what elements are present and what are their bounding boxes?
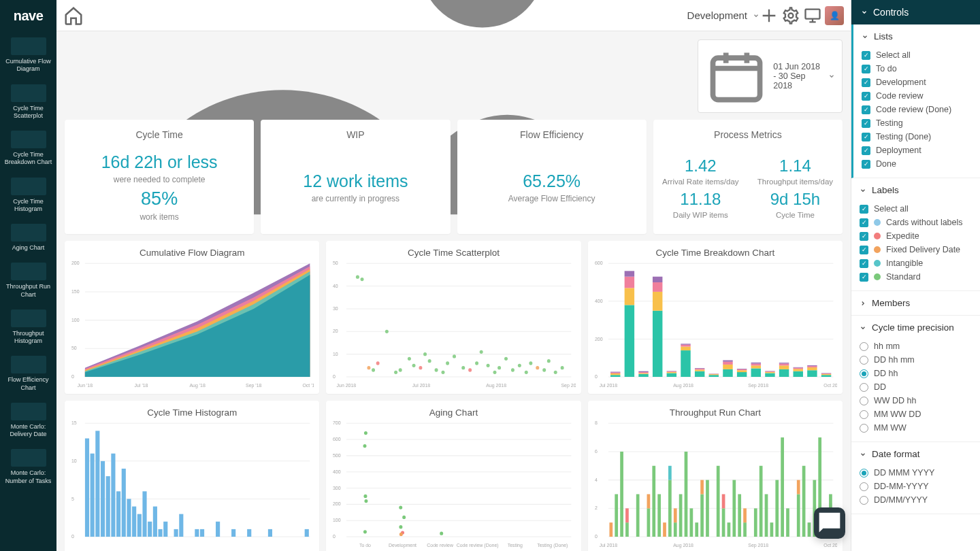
home-button[interactable] bbox=[63, 5, 84, 26]
radio-icon bbox=[860, 397, 868, 405]
nav-item[interactable]: Monte Carlo: Delivery Date bbox=[0, 397, 56, 444]
option-label: hh mm bbox=[874, 341, 900, 351]
svg-rect-229 bbox=[625, 522, 629, 537]
svg-rect-140 bbox=[807, 366, 817, 367]
svg-rect-84 bbox=[610, 373, 620, 373]
option-label: DD bbox=[874, 382, 886, 392]
svg-text:600: 600 bbox=[595, 261, 603, 266]
svg-text:700: 700 bbox=[333, 420, 341, 426]
section-date-format: Date format DD MMM YYYYDD-MM-YYYYDD/MM/Y… bbox=[851, 442, 980, 514]
radio-option[interactable]: MM WW DD bbox=[860, 407, 972, 421]
svg-rect-121 bbox=[737, 369, 747, 369]
radio-option[interactable]: WW DD hh bbox=[860, 394, 972, 407]
svg-text:200: 200 bbox=[333, 501, 341, 507]
svg-rect-154 bbox=[85, 439, 89, 537]
svg-rect-226 bbox=[609, 522, 612, 537]
nav-item[interactable]: Cycle Time Histogram bbox=[0, 172, 56, 219]
radio-option[interactable]: MM WW bbox=[860, 421, 972, 435]
svg-rect-122 bbox=[751, 369, 760, 378]
label-option[interactable]: Fixed Delivery Date bbox=[860, 243, 972, 256]
list-option[interactable]: Deployment bbox=[862, 144, 972, 157]
section-toggle[interactable]: Labels bbox=[851, 178, 980, 202]
svg-rect-124 bbox=[751, 364, 760, 366]
nav-item[interactable]: Throughput Histogram bbox=[0, 304, 56, 351]
svg-rect-117 bbox=[723, 361, 732, 362]
list-option[interactable]: To do bbox=[862, 62, 972, 76]
calendar-icon bbox=[705, 45, 768, 107]
radio-option[interactable]: DD MMM YYYY bbox=[860, 466, 972, 480]
svg-text:8: 8 bbox=[595, 420, 598, 426]
svg-rect-135 bbox=[793, 369, 802, 371]
section-toggle[interactable]: Members bbox=[851, 291, 980, 315]
section-toggle[interactable]: Date format bbox=[851, 442, 980, 466]
option-label: Select all bbox=[876, 50, 911, 60]
card-title: Process Metrics bbox=[660, 129, 836, 140]
nav-item[interactable]: Monte Carlo: Number of Tasks bbox=[0, 444, 56, 490]
svg-rect-82 bbox=[610, 375, 620, 377]
label-option[interactable]: Intangible bbox=[860, 256, 972, 270]
nav-item[interactable]: Cumulative Flow Diagram bbox=[0, 32, 56, 79]
controls-header[interactable]: Controls bbox=[851, 0, 980, 24]
add-button[interactable] bbox=[760, 6, 779, 25]
nav-item[interactable]: Aging Chart bbox=[0, 218, 56, 257]
svg-rect-162 bbox=[127, 499, 131, 537]
list-option[interactable]: Select all bbox=[862, 48, 972, 62]
chart-throughput[interactable]: Throughput Run Chart 02468Jul 2018Aug 20… bbox=[588, 401, 843, 551]
chart-histogram[interactable]: Cycle Time Histogram 051015 bbox=[65, 401, 319, 551]
svg-rect-144 bbox=[821, 373, 830, 374]
display-button[interactable] bbox=[803, 6, 822, 25]
radio-option[interactable]: DD-MM-YYYY bbox=[860, 480, 972, 493]
nav-item[interactable]: Cycle Time Breakdown Chart bbox=[0, 125, 56, 172]
svg-rect-126 bbox=[765, 373, 774, 378]
svg-text:To do: To do bbox=[359, 543, 371, 548]
label-option[interactable]: Select all bbox=[860, 202, 972, 216]
svg-rect-139 bbox=[807, 367, 817, 370]
chart-breakdown[interactable]: Cycle Time Breakdown Chart 0200400600Jul… bbox=[588, 241, 843, 394]
list-option[interactable]: Code review bbox=[862, 89, 972, 103]
svg-rect-165 bbox=[142, 491, 146, 537]
radio-option[interactable]: DD hh bbox=[860, 367, 972, 380]
svg-text:Aug 2018: Aug 2018 bbox=[673, 543, 693, 548]
svg-text:15: 15 bbox=[71, 420, 77, 426]
date-range-picker[interactable]: 01 Jun 2018 - 30 Sep 2018 bbox=[698, 39, 843, 113]
svg-rect-263 bbox=[797, 495, 800, 537]
chart-cfd[interactable]: Cumulative Flow Diagram 050100150200Jun … bbox=[65, 241, 319, 394]
label-option[interactable]: Cards without labels bbox=[860, 216, 972, 229]
svg-text:Oct 2018: Oct 2018 bbox=[823, 383, 837, 388]
radio-option[interactable]: DD hh mm bbox=[860, 353, 972, 367]
svg-point-36 bbox=[356, 276, 359, 279]
settings-button[interactable] bbox=[781, 6, 800, 25]
nav-item[interactable]: Throughput Run Chart bbox=[0, 257, 56, 304]
nav-item[interactable]: Flow Efficiency Chart bbox=[0, 350, 56, 397]
list-option[interactable]: Development bbox=[862, 76, 972, 89]
chart-scatter[interactable]: Cycle Time Scatterplot 01020304050Jun 20… bbox=[326, 241, 581, 394]
svg-text:30: 30 bbox=[333, 306, 338, 312]
section-title: Members bbox=[872, 298, 910, 308]
color-dot bbox=[874, 260, 881, 267]
user-avatar[interactable]: 👤 bbox=[825, 6, 844, 25]
svg-point-47 bbox=[423, 352, 427, 356]
chevron-down-icon bbox=[753, 12, 760, 19]
option-label: MM WW DD bbox=[874, 410, 921, 419]
svg-text:400: 400 bbox=[333, 469, 341, 475]
radio-option[interactable]: hh mm bbox=[860, 339, 972, 353]
list-option[interactable]: Done bbox=[862, 157, 972, 171]
label-option[interactable]: Standard bbox=[860, 270, 972, 284]
radio-option[interactable]: DD/MM/YYYY bbox=[860, 493, 972, 507]
svg-rect-4 bbox=[713, 58, 760, 99]
list-option[interactable]: Testing bbox=[862, 116, 972, 130]
nav-thumb bbox=[11, 403, 46, 420]
chart-aging[interactable]: Aging Chart 0100200300400500600700To doD… bbox=[326, 401, 581, 551]
nav-item[interactable]: Cycle Time Scatterplot bbox=[0, 79, 56, 126]
label-option[interactable]: Expedite bbox=[860, 229, 972, 243]
section-toggle[interactable]: Lists bbox=[853, 24, 980, 48]
list-option[interactable]: Testing (Done) bbox=[862, 130, 972, 144]
radio-icon bbox=[860, 410, 868, 419]
radio-option[interactable]: DD bbox=[860, 380, 972, 394]
svg-rect-91 bbox=[638, 373, 648, 374]
svg-rect-111 bbox=[708, 374, 718, 375]
section-toggle[interactable]: Cycle time precision bbox=[851, 316, 980, 339]
list-option[interactable]: Code review (Done) bbox=[862, 103, 972, 116]
chart-title: Cycle Time Scatterplot bbox=[331, 248, 575, 258]
chat-button[interactable] bbox=[814, 507, 845, 539]
